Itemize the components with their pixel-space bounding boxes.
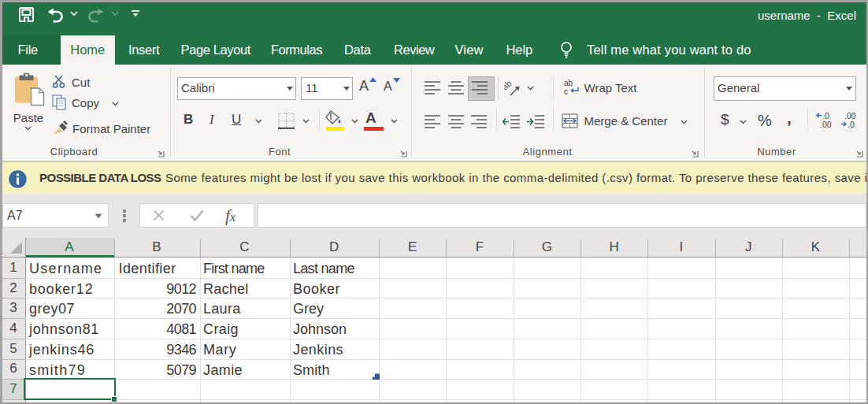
svg-text:.00: .00 (820, 120, 832, 129)
svg-text:ab: ab (564, 79, 573, 87)
svg-text:.0: .0 (848, 120, 855, 129)
svg-text:ab: ab (504, 79, 514, 92)
svg-text:c: c (564, 87, 568, 96)
